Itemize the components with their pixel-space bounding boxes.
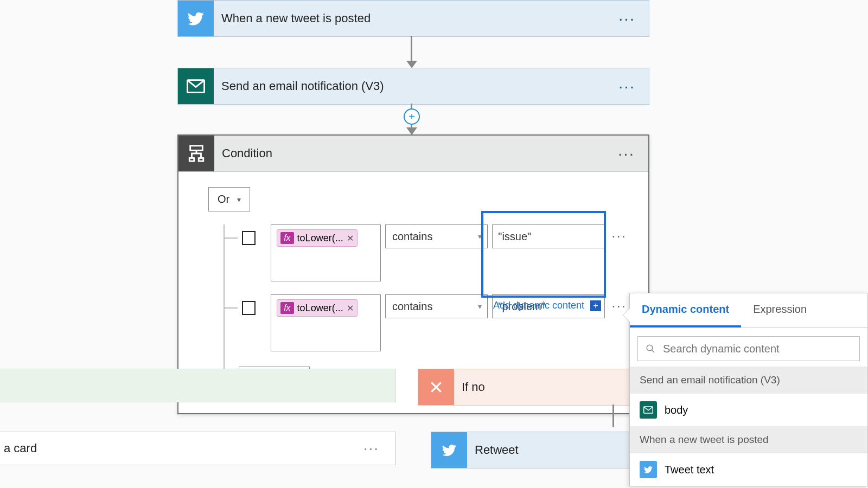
left-operand-field[interactable]: fx toLower(... ✕ — [271, 224, 381, 281]
svg-rect-2 — [189, 158, 194, 162]
dynamic-item-label: Tweet text — [665, 464, 714, 476]
row-checkbox[interactable] — [242, 301, 256, 315]
condition-menu[interactable]: ··· — [604, 144, 648, 163]
panel-caret — [623, 309, 630, 322]
left-operand-field[interactable]: fx toLower(... ✕ — [271, 294, 381, 351]
add-dynamic-content-label: Add dynamic content — [493, 300, 584, 311]
plus-square-icon: + — [590, 300, 601, 311]
group-mode-label: Or — [218, 193, 229, 206]
search-icon — [646, 344, 655, 354]
operator-label: contains — [392, 230, 433, 243]
condition-title: Condition — [214, 146, 604, 160]
twitter-icon — [640, 461, 657, 478]
condition-row: fx toLower(... ✕ contains ▾ ··· — [208, 224, 627, 281]
dynamic-item-tweet-text[interactable]: Tweet text — [630, 453, 867, 486]
group-mode-dropdown[interactable]: Or ▾ — [208, 187, 250, 211]
fx-badge: fx — [280, 232, 293, 244]
svg-rect-3 — [199, 158, 203, 162]
fx-badge: fx — [280, 302, 293, 314]
condition-header[interactable]: Condition ··· — [178, 136, 648, 172]
dynamic-item-body[interactable]: body — [630, 394, 867, 426]
if-no-title: If no — [454, 380, 485, 394]
left-partial-label: a card — [4, 441, 37, 455]
if-yes-branch[interactable] — [0, 369, 396, 402]
condition-icon — [178, 136, 214, 171]
mail-icon — [178, 68, 214, 104]
step-trigger[interactable]: When a new tweet is posted ··· — [177, 0, 649, 37]
operator-label: contains — [392, 300, 433, 313]
operator-dropdown[interactable]: contains ▾ — [385, 294, 488, 318]
mail-icon — [640, 401, 657, 419]
row-menu[interactable]: ··· — [611, 228, 627, 245]
chevron-down-icon: ▾ — [478, 232, 482, 241]
step-trigger-menu[interactable]: ··· — [605, 9, 649, 28]
tree-branch — [224, 237, 238, 239]
step-trigger-title: When a new tweet is posted — [214, 11, 605, 25]
svg-rect-1 — [190, 146, 203, 151]
step-email[interactable]: Send an email notification (V3) ··· — [177, 68, 649, 105]
remove-token-icon[interactable]: ✕ — [347, 303, 354, 313]
remove-token-icon[interactable]: ✕ — [347, 233, 354, 243]
fx-token[interactable]: fx toLower(... ✕ — [277, 299, 358, 317]
dynamic-group-header: Send an email notification (V3) — [630, 367, 867, 394]
left-partial-card[interactable]: a card ··· — [0, 432, 396, 465]
dynamic-group-header: When a new tweet is posted — [630, 426, 867, 453]
row-checkbox[interactable] — [242, 231, 256, 245]
tab-dynamic-content[interactable]: Dynamic content — [630, 293, 741, 328]
chevron-down-icon: ▾ — [237, 195, 241, 204]
value-input[interactable] — [492, 224, 605, 248]
dynamic-search-input[interactable] — [663, 343, 852, 355]
fx-token[interactable]: fx toLower(... ✕ — [277, 229, 358, 247]
tab-expression[interactable]: Expression — [741, 293, 819, 327]
add-step-button[interactable]: + — [404, 108, 420, 125]
fx-label: toLower(... — [297, 303, 343, 314]
fx-label: toLower(... — [297, 233, 343, 244]
operator-dropdown[interactable]: contains ▾ — [385, 224, 488, 248]
panel-tabs: Dynamic content Expression — [630, 293, 867, 328]
svg-point-4 — [647, 345, 653, 351]
twitter-icon — [431, 432, 467, 468]
chevron-down-icon: ▾ — [478, 302, 482, 311]
dynamic-content-panel: Dynamic content Expression Send an email… — [629, 293, 868, 486]
dynamic-search[interactable] — [637, 336, 860, 361]
left-partial-menu[interactable]: ··· — [363, 440, 379, 457]
step-email-title: Send an email notification (V3) — [214, 79, 605, 93]
step-email-menu[interactable]: ··· — [605, 77, 649, 95]
close-icon — [418, 369, 454, 405]
dynamic-item-label: body — [665, 404, 688, 416]
twitter-icon — [178, 1, 214, 36]
flow-canvas[interactable]: When a new tweet is posted ··· Send an e… — [0, 0, 868, 488]
tree-branch — [224, 307, 238, 309]
add-dynamic-content-link[interactable]: Add dynamic content + — [493, 300, 601, 311]
